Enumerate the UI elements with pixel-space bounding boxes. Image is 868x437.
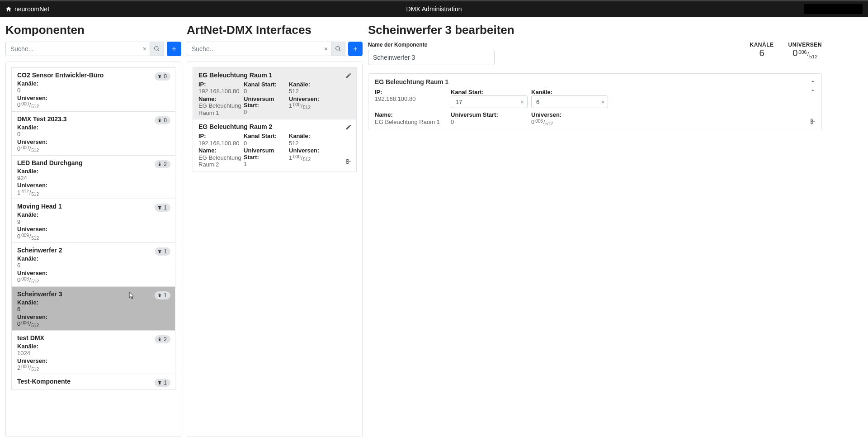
trash-icon <box>157 380 162 385</box>
name-value: EG Beleuchtung Raum 1 <box>375 119 447 126</box>
chevron-down-icon <box>810 87 816 94</box>
interface-card[interactable]: EG Beleuchtung Raum 1 IP:192.168.100.80 … <box>193 67 357 119</box>
search-icon <box>154 46 160 52</box>
universen-value: 0 006/512 <box>788 48 822 58</box>
kanale-value: 1024 <box>17 350 170 357</box>
kanal-start-input[interactable] <box>451 95 528 108</box>
komponenten-add-button[interactable] <box>167 42 181 56</box>
kanale-value: 6 <box>17 262 170 269</box>
komponenten-card[interactable]: Moving Head 1 1 Kanäle: 9Universen: 0 00… <box>11 199 175 243</box>
navbar: neuroomNet DMX Administration <box>0 1 868 17</box>
kanale-label: Kanäle: <box>289 133 351 139</box>
edit-icon <box>345 124 352 130</box>
component-name-input[interactable] <box>368 50 495 65</box>
universen-value: 0 000/512 <box>17 101 170 109</box>
interface-count-badge: 2 <box>155 335 170 343</box>
ip-value: 192.168.100.80 <box>198 88 244 95</box>
universen-value: 2 000/512 <box>17 364 170 371</box>
kanale-label: KANÄLE <box>750 42 774 48</box>
assignment-title: EG Beleuchtung Raum 1 <box>375 78 815 86</box>
assign-action-button[interactable] <box>810 117 816 125</box>
komponenten-card[interactable]: Test-Komponente 1 <box>11 374 175 390</box>
interface-count-badge: 1 <box>155 204 170 212</box>
chevron-up-icon <box>810 78 816 85</box>
kanale-value: 6 <box>750 48 774 58</box>
komponenten-card[interactable]: CO2 Sensor Entwickler-Büro 0 Kanäle: 0Un… <box>11 67 175 112</box>
komponenten-card[interactable]: Scheinwerfer 3 1 Kanäle: 6Universen: 0 0… <box>11 287 175 331</box>
universum-start-value: 1 <box>244 161 289 168</box>
kanale-value: 6 <box>17 306 170 313</box>
ip-value: 192.168.100.80 <box>198 140 244 147</box>
kanale-label: Kanäle: <box>17 168 170 175</box>
trash-icon <box>157 249 162 254</box>
search-icon <box>335 46 341 52</box>
clear-input-icon[interactable]: × <box>520 99 524 105</box>
komponenten-card[interactable]: LED Band Durchgang 2 Kanäle: 924Universe… <box>11 156 175 200</box>
kanale-label: Kanäle: <box>17 81 170 87</box>
trash-icon <box>157 293 162 298</box>
universen-value: 0 006/512 <box>17 320 170 328</box>
card-title: Test-Komponente <box>17 378 170 385</box>
assignment-card: EG Beleuchtung Raum 1 IP: 192.168.100.80… <box>368 73 822 130</box>
card-title: Moving Head 1 <box>17 203 170 210</box>
interface-card[interactable]: EG Beleuchtung Raum 2 IP:192.168.100.80 … <box>193 119 357 171</box>
home-icon <box>5 6 12 12</box>
interfaces-search-input[interactable] <box>187 42 331 56</box>
trash-icon <box>157 74 162 79</box>
clear-input-icon[interactable]: × <box>601 99 604 105</box>
move-down-button[interactable] <box>810 86 816 95</box>
move-up-button[interactable] <box>810 77 816 86</box>
kanal-start-label: Kanal Start: <box>244 81 289 88</box>
editor-heading: Scheinwerfer 3 bearbeiten <box>368 23 822 37</box>
interfaces-list: EG Beleuchtung Raum 1 IP:192.168.100.80 … <box>187 62 363 437</box>
name-value: EG Beleuchtung Raum 2 <box>198 154 244 168</box>
kanale-value: 0 <box>17 87 170 94</box>
navbar-brand[interactable]: neuroomNet <box>0 5 49 13</box>
navbar-right-blackbox <box>804 4 863 14</box>
ip-label: IP: <box>198 133 244 139</box>
kanal-start-value: 0 <box>244 140 289 147</box>
universen-label: Universen: <box>17 95 170 101</box>
trash-icon <box>157 162 162 167</box>
interfaces-add-button[interactable] <box>348 42 363 56</box>
edit-icon <box>345 72 352 79</box>
komponenten-card[interactable]: test DMX 2 Kanäle: 1024Universen: 2 000/… <box>11 331 175 375</box>
kanale-input[interactable] <box>531 95 608 108</box>
edit-interface-button[interactable] <box>345 72 352 81</box>
komponenten-card[interactable]: Scheinwerfer 2 1 Kanäle: 6Universen: 0 0… <box>11 243 175 287</box>
universen-value: 1 412/512 <box>17 189 170 196</box>
komponenten-card[interactable]: DMX Test 2023.3 0 Kanäle: 0Universen: 0 … <box>11 112 175 156</box>
kanale-label: Kanäle: <box>17 212 170 218</box>
edit-interface-button[interactable] <box>345 124 352 132</box>
trash-icon <box>157 118 162 123</box>
interface-count-badge: 1 <box>155 379 170 387</box>
kanal-start-label: Kanal Start: <box>244 133 289 139</box>
universum-start-label: Universum Start: <box>244 147 289 161</box>
komponenten-search-input[interactable] <box>5 42 150 56</box>
card-title: DMX Test 2023.3 <box>17 115 170 123</box>
interfaces-heading: ArtNet-DMX Interfaces <box>187 23 363 37</box>
kanale-value: 0 <box>17 131 170 138</box>
universen-label: Universen: <box>17 314 170 320</box>
kanale-value: 9 <box>17 218 170 226</box>
komponenten-search-button[interactable] <box>150 42 164 56</box>
kanale-value: 924 <box>17 175 170 182</box>
universen-label: Universen: <box>289 147 351 154</box>
ip-label: IP: <box>375 89 447 95</box>
universum-start-value: 0 <box>451 119 528 126</box>
ip-label: IP: <box>198 81 244 88</box>
plus-icon <box>171 46 177 52</box>
clear-search-icon[interactable]: × <box>324 46 328 52</box>
brand-text: neuroomNet <box>14 5 49 13</box>
clear-search-icon[interactable]: × <box>143 46 146 52</box>
universen-value: 0 000/512 <box>17 145 170 152</box>
universen-label: Universen: <box>531 112 608 118</box>
kanale-value: 512 <box>289 140 351 147</box>
name-label: Name: <box>198 147 244 154</box>
interfaces-search-button[interactable] <box>331 42 345 56</box>
assign-interface-button[interactable] <box>345 158 352 166</box>
universen-value: 0 006/512 <box>531 119 608 126</box>
card-title: test DMX <box>17 334 170 342</box>
name-label: Name: <box>198 96 244 102</box>
komponenten-list: CO2 Sensor Entwickler-Büro 0 Kanäle: 0Un… <box>5 62 181 437</box>
